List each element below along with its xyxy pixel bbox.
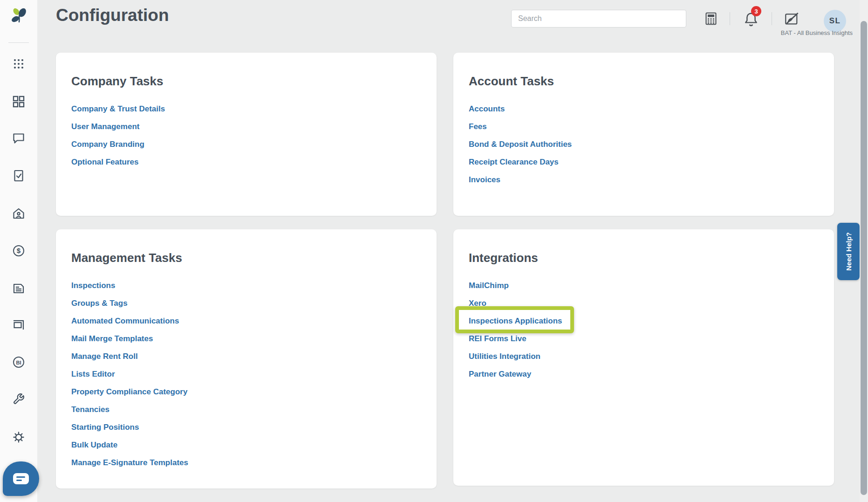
card-title: Company Tasks [71, 73, 420, 89]
link-accounts[interactable]: Accounts [469, 104, 505, 113]
list-item: Groups & Tags [71, 298, 420, 309]
list-item: Property Compliance Category [71, 387, 420, 397]
list-item: Manage Rent Roll [71, 351, 420, 362]
messages-icon[interactable] [13, 132, 25, 144]
link-user-management[interactable]: User Management [71, 122, 139, 131]
sidebar-divider [8, 42, 29, 43]
card-integrations: Integrations MailChimp Xero Inspections … [453, 229, 834, 486]
avatar[interactable]: SL [824, 10, 846, 32]
card-management-tasks: Management Tasks Inspections Groups & Ta… [56, 229, 437, 488]
card-title: Account Tasks [469, 73, 817, 89]
list-item: Lists Editor [71, 369, 420, 379]
bi-glyph: BI [16, 360, 21, 365]
link-manage-rent-roll[interactable]: Manage Rent Roll [71, 352, 138, 361]
maintenance-icon[interactable] [13, 393, 25, 405]
calculator-icon[interactable] [705, 12, 717, 25]
link-groups-tags[interactable]: Groups & Tags [71, 299, 128, 308]
settings-icon[interactable] [13, 431, 25, 443]
list-item: Bond & Deposit Authorities [469, 139, 817, 150]
page-title: Configuration [56, 6, 169, 25]
link-invoices[interactable]: Invoices [469, 175, 500, 184]
list-item: Fees [469, 122, 817, 132]
list-item: Manage E-Signature Templates [71, 458, 420, 468]
sprout-logo[interactable] [9, 7, 28, 25]
list-item: Accounts [469, 104, 817, 114]
card-link-list: Inspections Groups & Tags Automated Comm… [71, 281, 420, 468]
financials-icon[interactable]: $ [13, 245, 25, 257]
dashboard-icon[interactable] [13, 96, 25, 108]
sidebar: $ BI [0, 0, 37, 502]
link-mail-merge-templates[interactable]: Mail Merge Templates [71, 334, 153, 343]
link-bond-deposit-authorities[interactable]: Bond & Deposit Authorities [469, 140, 572, 149]
card-company-tasks: Company Tasks Company & Trust Details Us… [56, 53, 437, 216]
card-title: Integrations [469, 250, 817, 266]
card-account-tasks: Account Tasks Accounts Fees Bond & Depos… [453, 53, 834, 216]
link-rei-forms-live[interactable]: REI Forms Live [469, 334, 526, 343]
properties-icon[interactable] [13, 207, 25, 220]
list-item: Inspections [71, 281, 420, 291]
list-item: MailChimp [469, 281, 817, 291]
link-partner-gateway[interactable]: Partner Gateway [469, 370, 531, 378]
list-item: Automated Communications [71, 316, 420, 326]
list-item: Company & Trust Details [71, 104, 420, 114]
list-item: Inspections Applications [469, 316, 817, 326]
link-receipt-clearance-days[interactable]: Receipt Clearance Days [469, 158, 559, 166]
scrollbar-track [860, 0, 868, 502]
link-bulk-update[interactable]: Bulk Update [71, 440, 117, 449]
search-input[interactable] [511, 10, 686, 28]
list-item: Partner Gateway [469, 369, 817, 379]
link-starting-positions[interactable]: Starting Positions [71, 423, 139, 432]
list-item: Optional Features [71, 157, 420, 167]
header-divider [730, 12, 730, 25]
link-optional-features[interactable]: Optional Features [71, 158, 139, 166]
card-link-list: Accounts Fees Bond & Deposit Authorities… [469, 104, 817, 185]
link-lists-editor[interactable]: Lists Editor [71, 370, 115, 378]
list-item: REI Forms Live [469, 334, 817, 344]
link-property-compliance-category[interactable]: Property Compliance Category [71, 387, 187, 396]
list-item: Mail Merge Templates [71, 334, 420, 344]
list-item: User Management [71, 122, 420, 132]
documents-icon[interactable] [13, 282, 25, 295]
card-link-list: Company & Trust Details User Management … [71, 104, 420, 167]
link-manage-esignature-templates[interactable]: Manage E-Signature Templates [71, 458, 188, 467]
apps-grid-icon[interactable] [13, 58, 25, 70]
list-item: Invoices [469, 175, 817, 185]
tasks-icon[interactable] [13, 170, 25, 182]
scrollbar-thumb[interactable] [861, 21, 867, 495]
link-inspections-applications[interactable]: Inspections Applications [469, 316, 562, 325]
list-item: Receipt Clearance Days [469, 157, 817, 167]
link-inspections[interactable]: Inspections [71, 281, 115, 290]
need-help-tab[interactable]: Need Help? [837, 223, 860, 280]
portfolio-leaf-icon[interactable] [785, 12, 800, 25]
account-label: BAT - All Business Insights [735, 29, 853, 36]
business-insights-icon[interactable]: BI [13, 356, 25, 368]
list-item: Company Branding [71, 139, 420, 150]
list-item: Xero [469, 298, 817, 309]
link-xero[interactable]: Xero [469, 299, 486, 308]
link-tenancies[interactable]: Tenancies [71, 405, 109, 414]
card-title: Management Tasks [71, 250, 420, 266]
link-company-branding[interactable]: Company Branding [71, 140, 144, 149]
card-link-list: MailChimp Xero Inspections Applications … [469, 281, 817, 379]
list-item: Tenancies [71, 405, 420, 415]
link-automated-communications[interactable]: Automated Communications [71, 316, 179, 325]
chat-launcher-button[interactable] [3, 461, 39, 496]
dollar-glyph: $ [17, 247, 21, 254]
notification-badge: 3 [751, 6, 761, 16]
listings-icon[interactable] [13, 319, 25, 331]
chat-launcher-icon [13, 473, 29, 484]
link-fees[interactable]: Fees [469, 122, 487, 131]
header-divider [772, 12, 772, 25]
link-company-trust-details[interactable]: Company & Trust Details [71, 104, 165, 113]
need-help-label: Need Help? [845, 232, 853, 271]
link-utilities-integration[interactable]: Utilities Integration [469, 352, 540, 361]
list-item: Bulk Update [71, 440, 420, 450]
list-item: Starting Positions [71, 422, 420, 433]
link-mailchimp[interactable]: MailChimp [469, 281, 509, 290]
list-item: Utilities Integration [469, 351, 817, 362]
